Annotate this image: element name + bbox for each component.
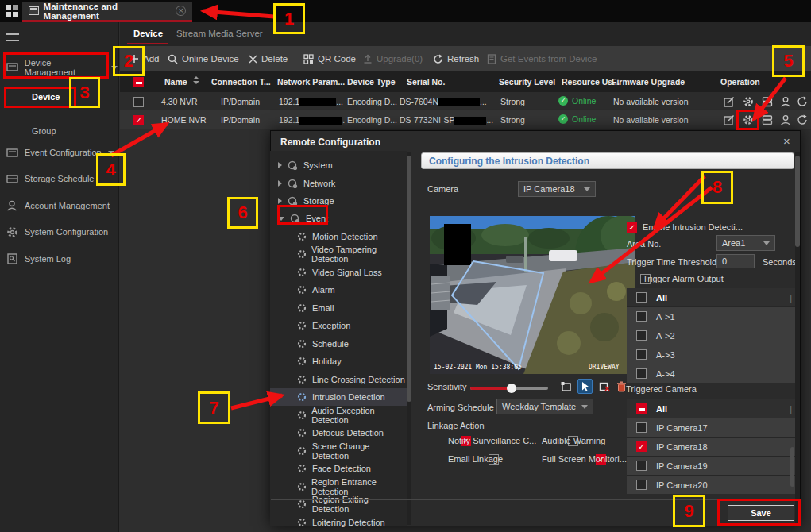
row-checkbox[interactable] [133, 115, 144, 125]
table-row[interactable]: 4.30 NVR IP/Domain 192.1... Encoding D..… [120, 92, 811, 110]
online-device-button[interactable]: Online Device [168, 46, 239, 71]
sidebar-item-system-configuration[interactable]: System Configuration [6, 223, 118, 241]
col-device-type[interactable]: Device Type [347, 77, 396, 87]
row-checkbox[interactable] [133, 97, 144, 107]
tree-item-system[interactable]: System [278, 156, 401, 174]
tree-item-loitering-detection[interactable]: Loitering Detection [297, 514, 407, 531]
col-firmware[interactable]: Firmware Upgrade [612, 77, 685, 87]
col-connection[interactable]: Connection T... [211, 77, 271, 87]
list-item[interactable]: IP Camera18 [627, 438, 795, 456]
tree-item-email[interactable]: Email [297, 299, 407, 317]
tree-item-schedule[interactable]: Schedule [297, 335, 407, 353]
tree-item-video-tampering-detection[interactable]: Video Tampering Detection [297, 245, 407, 263]
tree-item-region-exiting-detection[interactable]: Region Exiting Detection [297, 495, 407, 513]
list-item[interactable]: A->3 [627, 345, 795, 364]
sidebar-item-account-management[interactable]: Account Management [6, 197, 118, 214]
remote-config-gear-icon[interactable] [743, 96, 754, 107]
tree-item-scene-change-detection[interactable]: Scene Change Detection [297, 442, 407, 460]
tree-item-network[interactable]: Network [278, 175, 401, 192]
tree-item-audio-exception-detection[interactable]: Audio Exception Detection [297, 407, 407, 424]
dialog-scrollbar[interactable] [795, 152, 800, 525]
scrollbar-thumb[interactable] [795, 156, 800, 247]
list-item[interactable]: All| [627, 288, 795, 306]
main-tab[interactable]: Maintenance and Management × [22, 2, 192, 22]
scrollbar-thumb[interactable] [407, 156, 411, 402]
sync-icon[interactable] [797, 96, 808, 107]
list-item[interactable]: IP Camera20 [627, 476, 795, 494]
app-menu-icon[interactable] [6, 5, 18, 17]
alarm-checkbox[interactable] [636, 311, 647, 322]
tab-close-icon[interactable]: × [176, 6, 186, 16]
alarm-checkbox[interactable] [636, 349, 647, 360]
tree-item-alarm[interactable]: Alarm [297, 281, 407, 299]
sync-icon[interactable] [797, 114, 808, 125]
sort-icon[interactable] [193, 76, 199, 84]
select-all-checkbox[interactable] [133, 77, 144, 87]
tree-item-exception[interactable]: Exception [297, 317, 407, 334]
tree-item-defocus-detection[interactable]: Defocus Detection [297, 424, 407, 441]
sensitivity-knob[interactable] [507, 384, 516, 393]
storage-stack-icon[interactable] [762, 114, 773, 125]
edit-icon[interactable] [724, 96, 735, 107]
tree-item-line-crossing-detection[interactable]: Line Crossing Detection [297, 371, 407, 388]
arming-schedule-select[interactable]: Weekday Template [496, 399, 593, 414]
storage-stack-icon[interactable] [762, 96, 773, 107]
list-item[interactable]: A->2 [627, 326, 795, 345]
clear-region-button[interactable] [597, 379, 612, 394]
triggered-all-checkbox[interactable] [636, 403, 647, 414]
alarm-checkbox[interactable] [636, 368, 647, 379]
camera-checkbox[interactable] [636, 441, 647, 452]
user-icon[interactable] [780, 114, 791, 125]
sidebar-item-system-log[interactable]: System Log [6, 250, 118, 268]
save-button[interactable]: Save [728, 505, 794, 521]
remote-config-gear-icon[interactable] [743, 114, 754, 125]
qr-code-button[interactable]: QR Code [303, 46, 356, 71]
tree-item-intrusion-detection[interactable]: Intrusion Detection [270, 388, 407, 406]
list-item[interactable]: IP Camera19 [627, 457, 795, 475]
tree-item-video-signal-loss[interactable]: Video Signal Loss [297, 264, 407, 281]
table-row[interactable]: HOME NVR IP/Domain 192.1. Encoding D... … [120, 110, 811, 129]
sidebar-item-event-configuration[interactable]: Event Configuration [6, 144, 118, 161]
tree-item-storage[interactable]: Storage [278, 192, 401, 210]
enable-intrusion-checkbox[interactable] [627, 222, 637, 233]
list-item[interactable]: IP Camera17 [627, 418, 795, 437]
sidebar-item-group[interactable]: Group [32, 122, 111, 140]
camera-checkbox[interactable] [636, 422, 647, 433]
sidebar-item-storage-schedule[interactable]: Storage Schedule [6, 170, 118, 187]
dialog-close-icon[interactable]: × [783, 134, 790, 148]
user-icon[interactable] [780, 96, 791, 107]
camera-select[interactable]: IP Camera18 [518, 181, 596, 197]
camera-checkbox[interactable] [636, 461, 647, 471]
col-network[interactable]: Network Param... [277, 77, 345, 87]
edit-icon[interactable] [724, 114, 735, 125]
tree-item-motion-detection[interactable]: Motion Detection [297, 228, 407, 245]
tab-device[interactable]: Device [133, 29, 163, 38]
add-button[interactable]: Add [129, 46, 159, 71]
sidebar-item-device[interactable]: Device [32, 88, 111, 106]
list-scrollbar-thumb[interactable] [790, 447, 794, 487]
delete-button[interactable]: Delete [249, 46, 288, 71]
get-events-button[interactable]: Get Events from Device [487, 46, 597, 71]
col-security[interactable]: Security Level [499, 77, 555, 87]
upgrade-button[interactable]: Upgrade(0) [363, 46, 423, 71]
trigger-time-input[interactable]: 0 [716, 254, 755, 268]
col-serial[interactable]: Serial No. [407, 77, 445, 87]
list-item[interactable]: A->4 [627, 364, 795, 383]
tree-item-holiday[interactable]: Holiday [297, 353, 407, 370]
draw-region-button[interactable] [558, 379, 573, 394]
refresh-button[interactable]: Refresh [433, 46, 479, 71]
camera-checkbox[interactable] [636, 480, 647, 490]
list-item[interactable]: All| [627, 399, 795, 418]
video-preview[interactable]: 15-02-2021 Mon 15:38:05 DRIVEWAY [430, 216, 635, 374]
tab-stream-media-server[interactable]: Stream Media Server [176, 29, 263, 38]
sensitivity-slider[interactable] [470, 387, 548, 390]
tree-scrollbar[interactable] [407, 152, 411, 525]
col-resource[interactable]: Resource Us... [562, 77, 620, 87]
tree-item-region-entrance-detection[interactable]: Region Entrance Detection [297, 478, 407, 495]
col-name[interactable]: Name [164, 77, 187, 87]
alarm-all-checkbox[interactable] [636, 292, 647, 303]
sidebar-item-device-management[interactable]: Device Management [6, 58, 118, 77]
area-no-select[interactable]: Area1 [716, 235, 775, 251]
tree-item-event[interactable]: Event [278, 210, 401, 227]
select-cursor-button[interactable] [577, 379, 593, 394]
